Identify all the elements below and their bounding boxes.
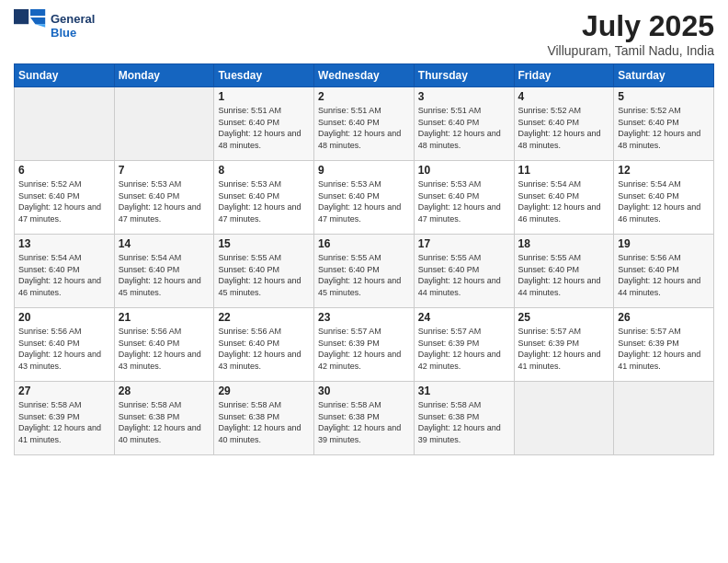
- day-cell: 13Sunrise: 5:54 AMSunset: 6:40 PMDayligh…: [15, 235, 115, 308]
- page: General Blue July 2025 Villupuram, Tamil…: [0, 0, 728, 563]
- day-info: Sunrise: 5:58 AMSunset: 6:38 PMDaylight:…: [318, 399, 410, 445]
- day-info: Sunrise: 5:51 AMSunset: 6:40 PMDaylight:…: [318, 105, 410, 151]
- day-info: Sunrise: 5:53 AMSunset: 6:40 PMDaylight:…: [119, 178, 210, 224]
- day-info: Sunrise: 5:56 AMSunset: 6:40 PMDaylight:…: [218, 326, 310, 372]
- day-cell: [15, 87, 115, 161]
- day-info: Sunrise: 5:52 AMSunset: 6:40 PMDaylight:…: [18, 178, 110, 224]
- day-cell: [514, 382, 614, 455]
- day-number: 13: [18, 237, 110, 250]
- svg-rect-0: [14, 9, 28, 24]
- svg-marker-3: [35, 24, 45, 28]
- day-cell: 15Sunrise: 5:55 AMSunset: 6:40 PMDayligh…: [214, 235, 314, 308]
- header-cell-wednesday: Wednesday: [314, 64, 415, 87]
- day-number: 12: [618, 164, 710, 177]
- day-cell: 7Sunrise: 5:53 AMSunset: 6:40 PMDaylight…: [114, 161, 214, 235]
- day-cell: 8Sunrise: 5:53 AMSunset: 6:40 PMDaylight…: [214, 161, 314, 235]
- day-number: 16: [318, 237, 410, 250]
- day-cell: 11Sunrise: 5:54 AMSunset: 6:40 PMDayligh…: [514, 161, 614, 235]
- day-number: 26: [618, 311, 710, 324]
- day-info: Sunrise: 5:53 AMSunset: 6:40 PMDaylight:…: [218, 178, 310, 224]
- day-info: Sunrise: 5:57 AMSunset: 6:39 PMDaylight:…: [618, 326, 710, 372]
- day-info: Sunrise: 5:56 AMSunset: 6:40 PMDaylight:…: [119, 326, 210, 372]
- header-cell-saturday: Saturday: [614, 64, 714, 87]
- week-row-3: 13Sunrise: 5:54 AMSunset: 6:40 PMDayligh…: [15, 235, 714, 308]
- day-info: Sunrise: 5:51 AMSunset: 6:40 PMDaylight:…: [418, 105, 510, 151]
- day-cell: 18Sunrise: 5:55 AMSunset: 6:40 PMDayligh…: [514, 235, 614, 308]
- day-number: 31: [418, 385, 510, 397]
- day-cell: 20Sunrise: 5:56 AMSunset: 6:40 PMDayligh…: [15, 308, 115, 382]
- day-cell: 14Sunrise: 5:54 AMSunset: 6:40 PMDayligh…: [114, 235, 214, 308]
- week-row-5: 27Sunrise: 5:58 AMSunset: 6:39 PMDayligh…: [15, 382, 714, 455]
- day-info: Sunrise: 5:54 AMSunset: 6:40 PMDaylight:…: [18, 252, 110, 298]
- day-cell: 1Sunrise: 5:51 AMSunset: 6:40 PMDaylight…: [214, 87, 314, 161]
- day-number: 28: [119, 385, 210, 397]
- day-cell: 30Sunrise: 5:58 AMSunset: 6:38 PMDayligh…: [314, 382, 415, 455]
- day-number: 24: [418, 311, 510, 324]
- day-number: 27: [18, 385, 110, 397]
- day-cell: 21Sunrise: 5:56 AMSunset: 6:40 PMDayligh…: [114, 308, 214, 382]
- month-title: July 2025: [547, 9, 714, 43]
- day-number: 4: [518, 90, 610, 103]
- day-cell: 19Sunrise: 5:56 AMSunset: 6:40 PMDayligh…: [614, 235, 714, 308]
- day-cell: 23Sunrise: 5:57 AMSunset: 6:39 PMDayligh…: [314, 308, 415, 382]
- day-info: Sunrise: 5:51 AMSunset: 6:40 PMDaylight:…: [218, 105, 310, 151]
- day-cell: 4Sunrise: 5:52 AMSunset: 6:40 PMDaylight…: [514, 87, 614, 161]
- day-number: 23: [318, 311, 410, 324]
- day-number: 5: [618, 90, 710, 103]
- header-cell-friday: Friday: [514, 64, 614, 87]
- day-number: 30: [318, 385, 410, 397]
- day-info: Sunrise: 5:56 AMSunset: 6:40 PMDaylight:…: [18, 326, 110, 372]
- day-info: Sunrise: 5:58 AMSunset: 6:38 PMDaylight:…: [119, 399, 210, 445]
- day-info: Sunrise: 5:53 AMSunset: 6:40 PMDaylight:…: [418, 178, 510, 224]
- day-cell: 27Sunrise: 5:58 AMSunset: 6:39 PMDayligh…: [15, 382, 115, 455]
- day-number: 1: [218, 90, 310, 103]
- day-number: 25: [518, 311, 610, 324]
- day-number: 17: [418, 237, 510, 250]
- day-cell: 22Sunrise: 5:56 AMSunset: 6:40 PMDayligh…: [214, 308, 314, 382]
- day-cell: 5Sunrise: 5:52 AMSunset: 6:40 PMDaylight…: [614, 87, 714, 161]
- day-info: Sunrise: 5:58 AMSunset: 6:38 PMDaylight:…: [218, 399, 310, 445]
- day-number: 19: [618, 237, 710, 250]
- week-row-1: 1Sunrise: 5:51 AMSunset: 6:40 PMDaylight…: [15, 87, 714, 161]
- day-cell: 24Sunrise: 5:57 AMSunset: 6:39 PMDayligh…: [414, 308, 514, 382]
- day-info: Sunrise: 5:56 AMSunset: 6:40 PMDaylight:…: [618, 252, 710, 298]
- day-info: Sunrise: 5:53 AMSunset: 6:40 PMDaylight:…: [318, 178, 410, 224]
- day-number: 29: [218, 385, 310, 397]
- day-cell: 6Sunrise: 5:52 AMSunset: 6:40 PMDaylight…: [15, 161, 115, 235]
- day-number: 9: [318, 164, 410, 177]
- day-number: 11: [518, 164, 610, 177]
- day-number: 22: [218, 311, 310, 324]
- day-info: Sunrise: 5:54 AMSunset: 6:40 PMDaylight:…: [518, 178, 610, 224]
- header-cell-monday: Monday: [114, 64, 214, 87]
- header: General Blue July 2025 Villupuram, Tamil…: [14, 9, 714, 58]
- day-number: 6: [18, 164, 110, 177]
- day-cell: 29Sunrise: 5:58 AMSunset: 6:38 PMDayligh…: [214, 382, 314, 455]
- day-info: Sunrise: 5:55 AMSunset: 6:40 PMDaylight:…: [518, 252, 610, 298]
- day-cell: 16Sunrise: 5:55 AMSunset: 6:40 PMDayligh…: [314, 235, 415, 308]
- day-number: 21: [119, 311, 210, 324]
- header-cell-thursday: Thursday: [414, 64, 514, 87]
- day-number: 15: [218, 237, 310, 250]
- day-cell: 12Sunrise: 5:54 AMSunset: 6:40 PMDayligh…: [614, 161, 714, 235]
- day-info: Sunrise: 5:58 AMSunset: 6:39 PMDaylight:…: [18, 399, 110, 445]
- subtitle: Villupuram, Tamil Nadu, India: [547, 43, 714, 58]
- day-number: 3: [418, 90, 510, 103]
- day-cell: 2Sunrise: 5:51 AMSunset: 6:40 PMDaylight…: [314, 87, 415, 161]
- logo-text: General Blue: [51, 12, 95, 40]
- day-cell: [614, 382, 714, 455]
- logo: General Blue: [14, 9, 95, 42]
- day-info: Sunrise: 5:52 AMSunset: 6:40 PMDaylight:…: [518, 105, 610, 151]
- day-cell: 25Sunrise: 5:57 AMSunset: 6:39 PMDayligh…: [514, 308, 614, 382]
- day-cell: 28Sunrise: 5:58 AMSunset: 6:38 PMDayligh…: [114, 382, 214, 455]
- day-cell: 31Sunrise: 5:58 AMSunset: 6:38 PMDayligh…: [414, 382, 514, 455]
- day-number: 7: [119, 164, 210, 177]
- logo-icon: [14, 9, 47, 42]
- day-number: 2: [318, 90, 410, 103]
- day-info: Sunrise: 5:58 AMSunset: 6:38 PMDaylight:…: [418, 399, 510, 445]
- day-info: Sunrise: 5:54 AMSunset: 6:40 PMDaylight:…: [119, 252, 210, 298]
- day-cell: [114, 87, 214, 161]
- week-row-4: 20Sunrise: 5:56 AMSunset: 6:40 PMDayligh…: [15, 308, 714, 382]
- day-number: 18: [518, 237, 610, 250]
- day-info: Sunrise: 5:52 AMSunset: 6:40 PMDaylight:…: [618, 105, 710, 151]
- day-info: Sunrise: 5:57 AMSunset: 6:39 PMDaylight:…: [518, 326, 610, 372]
